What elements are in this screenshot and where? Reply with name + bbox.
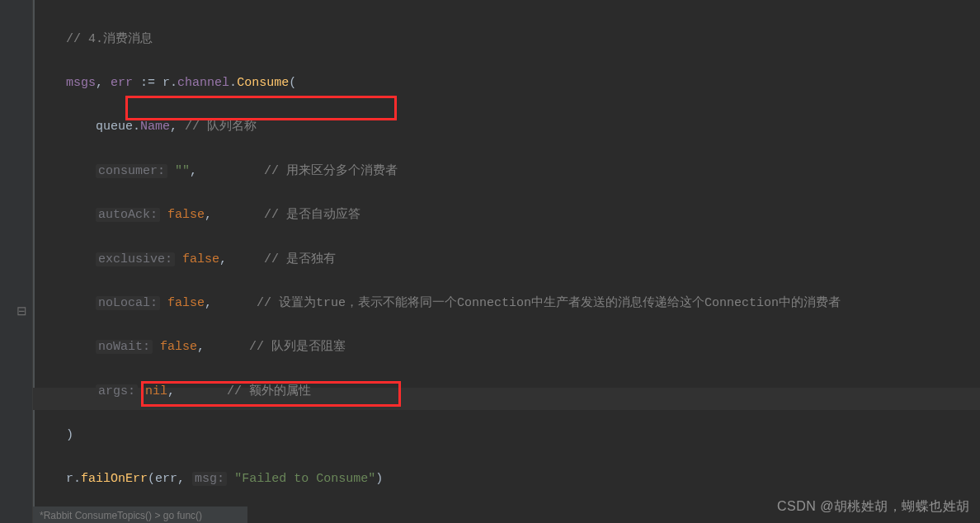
highlight-box-ack [141,381,401,407]
code-editor[interactable]: // 4.消费消息 msgs, err := r.channel.Consume… [36,0,841,523]
code-line: noLocal: false, // 设置为true，表示不能将同一个Conne… [66,293,841,315]
inlay-hint: exclusive: [96,252,175,266]
inlay-hint: msg: [192,472,227,486]
code-line: r.failOnErr(err, msg: "Failed to Consume… [66,469,841,491]
inlay-hint: args: [96,384,138,398]
vertical-line [33,0,35,523]
watermark: CSDN @胡桃姓胡，蝴蝶也姓胡 [777,495,970,518]
code-line: autoAck: false, // 是否自动应答 [66,205,841,227]
comment: // 4.消费消息 [66,32,153,46]
code-line: consumer: "", // 用来区分多个消费者 [66,161,841,183]
code-line: ) [66,425,841,447]
code-line: // 4.消费消息 [66,29,841,51]
highlight-box-autoack [125,96,397,120]
breadcrumb[interactable]: *Rabbit ConsumeTopics() > go func() [33,507,247,523]
inlay-hint: noWait: [96,340,153,354]
inlay-hint: noLocal: [96,296,160,310]
gutter: ⊟ [0,0,33,523]
fold-icon[interactable]: ⊟ [16,300,27,323]
inlay-hint: consumer: [96,164,167,178]
code-line: msgs, err := r.channel.Consume( [66,73,841,95]
code-line: noWait: false, // 队列是否阻塞 [66,337,841,359]
code-line: exclusive: false, // 是否独有 [66,249,841,271]
inlay-hint: autoAck: [96,208,160,222]
